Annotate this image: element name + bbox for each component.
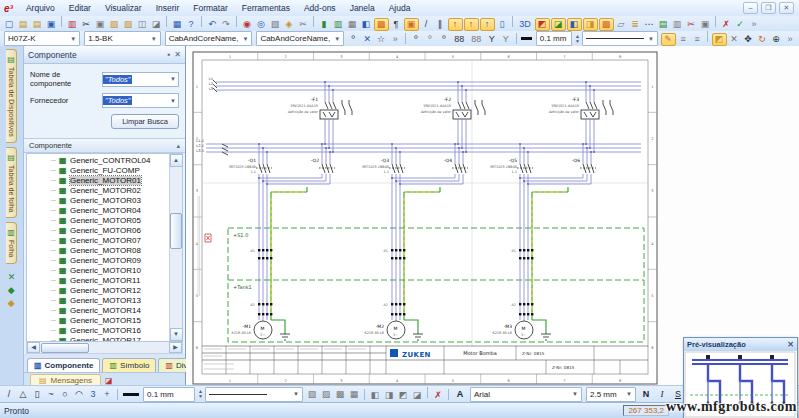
preview-title-bar[interactable]: Pré-visualização ✕: [684, 338, 797, 352]
list-item[interactable]: ─▦Generic_MOTOR06: [27, 225, 169, 235]
check-connection-icon[interactable]: ✓: [734, 18, 747, 30]
side-tab-folha[interactable]: ▥Folha: [6, 222, 17, 264]
scroll-down-icon[interactable]: ▼: [170, 328, 183, 341]
font-button[interactable]: A: [453, 388, 467, 400]
close-icon[interactable]: ✕: [787, 340, 794, 349]
properties-icon[interactable]: ◧: [360, 18, 373, 30]
scroll-up-icon[interactable]: ▲: [170, 154, 183, 167]
list-item[interactable]: ─▦Generic_CONTROL04: [27, 155, 169, 165]
save-small-icon[interactable]: ▣: [699, 18, 712, 30]
menu-formatar[interactable]: Formatar: [186, 2, 234, 14]
filter-1-icon[interactable]: Y: [485, 33, 498, 45]
delete-red-icon[interactable]: ✗: [431, 389, 444, 401]
cut-red-icon[interactable]: ✂: [685, 18, 698, 30]
wire-type-select[interactable]: H07Z-K▼: [4, 31, 80, 46]
supplier-select[interactable]: "Todos" ▼: [102, 93, 179, 108]
connection-2-icon[interactable]: º: [423, 33, 436, 45]
line-tool-icon[interactable]: /: [420, 18, 433, 30]
dots-icon[interactable]: ⋯: [643, 18, 656, 30]
menu-ajuda[interactable]: Ajuda: [382, 2, 418, 14]
list-item[interactable]: ─▦Generic_MOTOR01: [27, 175, 169, 185]
parallel-line-icon[interactable]: ∥: [434, 18, 447, 30]
list-item[interactable]: ─▦Generic_MOTOR09: [27, 255, 169, 265]
paste-special-icon[interactable]: ▨: [122, 18, 135, 30]
scrollbar-thumb[interactable]: [41, 343, 89, 353]
list-item[interactable]: ─▦Generic_MOTOR12: [27, 285, 169, 295]
tab-componente[interactable]: ▥Componente: [27, 358, 100, 372]
group-all-icon[interactable]: ▩: [333, 388, 346, 400]
list-item[interactable]: ─▦Generic_MOTOR13: [27, 295, 169, 305]
list-item[interactable]: ─▦Generic_MOTOR14: [27, 305, 169, 315]
wire-group-icon[interactable]: º: [347, 33, 360, 45]
paragraph-icon[interactable]: ¶: [390, 18, 403, 30]
pin-branch-icon[interactable]: ↑: [464, 18, 479, 31]
sheet-panel-icon[interactable]: ▥: [332, 18, 345, 30]
menu-visualizar[interactable]: Visualizar: [98, 2, 149, 14]
close-icon[interactable]: ✕: [174, 50, 181, 59]
filter-2-icon[interactable]: Y: [499, 33, 512, 45]
menu-ferramentas[interactable]: Ferramentas: [235, 2, 297, 14]
circle-icon[interactable]: ○: [59, 388, 72, 400]
cube-green-icon[interactable]: ◪: [551, 18, 566, 31]
arc-icon[interactable]: ◠: [73, 388, 86, 400]
cube-red-icon[interactable]: ◩: [535, 18, 550, 31]
list-item[interactable]: ─▦Generic_FU-COMP: [27, 165, 169, 175]
cut-icon[interactable]: ✂: [80, 18, 93, 30]
trim-icon[interactable]: ✂: [297, 18, 310, 30]
menu-janela[interactable]: Janela: [343, 2, 382, 14]
list-item[interactable]: ─▦Generic_MOTOR17: [27, 335, 169, 341]
connection-1-icon[interactable]: º: [409, 33, 422, 45]
list-item[interactable]: ─▦Generic_MOTOR11: [27, 275, 169, 285]
spline-icon[interactable]: ~: [45, 388, 58, 400]
undo-icon[interactable]: ↶: [206, 18, 219, 30]
arc3-icon[interactable]: 3: [87, 388, 100, 400]
window-icon[interactable]: ▱: [615, 18, 628, 30]
line-width-stepper[interactable]: ▲▼: [575, 34, 580, 44]
print-icon[interactable]: ▦: [171, 18, 184, 30]
measure-icon[interactable]: ≣: [629, 18, 642, 30]
pin-up-icon[interactable]: ↑: [448, 18, 463, 31]
symbol-cube-icon[interactable]: ◆: [8, 298, 16, 308]
help-icon[interactable]: ?: [185, 18, 198, 30]
cross-icon[interactable]: ✕: [728, 33, 741, 45]
align-mid-icon[interactable]: ◨: [382, 389, 395, 401]
find-icon[interactable]: ◈: [283, 18, 296, 30]
open-icon[interactable]: ▤: [17, 18, 30, 30]
snapshot-icon[interactable]: ◪: [150, 18, 163, 30]
save-icon[interactable]: ▣: [45, 18, 58, 30]
3d-view-icon[interactable]: 3D: [517, 18, 534, 30]
group-icon[interactable]: ▧: [305, 388, 318, 400]
rotate-icon[interactable]: ↻: [756, 33, 769, 45]
overflow-icon[interactable]: »: [748, 18, 761, 30]
tab-s-mbolo[interactable]: ▥Símbolo: [102, 358, 156, 372]
wire-size-select[interactable]: 1.5-BK▼: [84, 31, 160, 46]
font-name-select[interactable]: Arial▼: [470, 387, 582, 402]
schematic-canvas[interactable]: .w{stroke:#8080d0;stroke-width:0.8;fill:…: [186, 46, 799, 387]
line-width-select[interactable]: 0.1 mm: [143, 387, 195, 402]
star-connect-icon[interactable]: ☆: [375, 33, 388, 45]
component-cube-icon[interactable]: ◆: [8, 285, 16, 295]
options-icon[interactable]: ▩: [374, 18, 389, 31]
copy-icon[interactable]: ▣: [94, 18, 107, 30]
import-icon[interactable]: ▥: [66, 18, 79, 30]
list-item[interactable]: ─▦Generic_MOTOR05: [27, 215, 169, 225]
scrollbar-thumb[interactable]: [170, 213, 182, 249]
list-item[interactable]: ─▦Generic_MOTOR02: [27, 185, 169, 195]
collapse-icon[interactable]: ▴: [176, 142, 180, 150]
group-clear-icon[interactable]: ▦: [347, 388, 360, 400]
cube-yellow-icon[interactable]: ◨: [583, 18, 598, 31]
list-item[interactable]: ─▦Generic_MOTOR15: [27, 315, 169, 325]
align-dist-icon[interactable]: ◪: [410, 389, 423, 401]
list-item[interactable]: ─▦Generic_MOTOR03: [27, 195, 169, 205]
polygon-icon[interactable]: △: [17, 388, 30, 400]
grid-icon[interactable]: ▦: [346, 18, 359, 30]
rectangle-icon[interactable]: ▯: [31, 388, 44, 400]
move-arrows-icon[interactable]: +: [101, 388, 114, 400]
copy-sheet-icon[interactable]: ▥: [671, 18, 684, 30]
menu-add-ons[interactable]: Add-ons: [297, 2, 343, 14]
align-bot-icon[interactable]: ◩: [396, 389, 409, 401]
highlight-pen-icon[interactable]: ✎: [661, 33, 676, 46]
scroll-left-icon[interactable]: ◀: [27, 342, 40, 353]
minimize-button[interactable]: –: [743, 2, 758, 14]
side-tab-tabela-de-dispositivos[interactable]: ▤Tabela de Dispositivos: [6, 49, 17, 143]
